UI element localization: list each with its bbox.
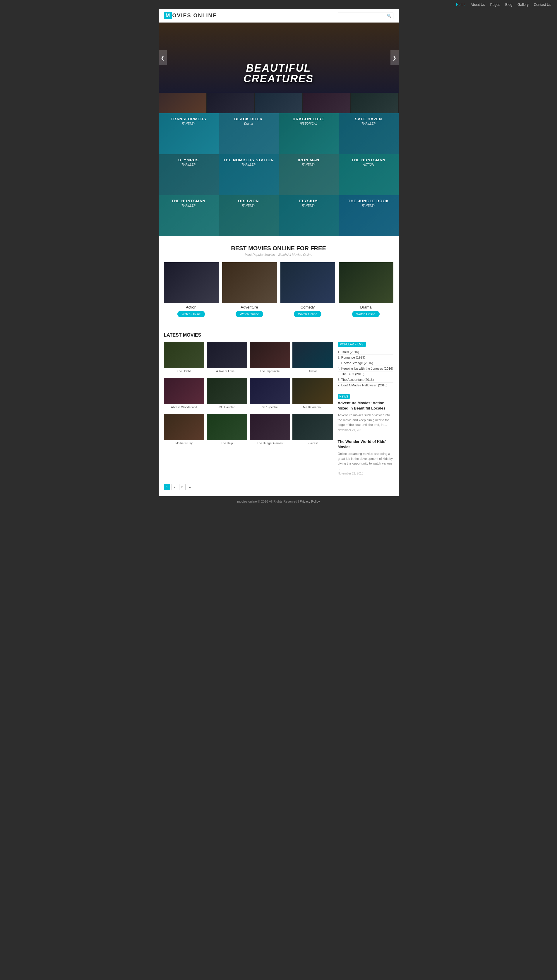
watch-adventure-button[interactable]: Watch Online: [236, 311, 263, 317]
movie-cell-title: DRAGON LORE: [293, 117, 325, 122]
movie-cell-title: BLACK ROCK: [234, 117, 262, 122]
movie-card-drama: Drama Watch Online: [339, 262, 393, 317]
latest-movie-row: Alice in Wonderland333 Haunted007 Spectr…: [164, 378, 333, 409]
movie-card-action: Action Watch Online: [164, 262, 219, 317]
list-item[interactable]: 333 Haunted: [207, 378, 248, 409]
list-item[interactable]: The Help: [207, 414, 248, 445]
latest-layout: The HobbitA Tale of Love ...The Impossib…: [164, 342, 393, 479]
hero-thumb-3[interactable]: [255, 93, 303, 113]
latest-movie-row: The HobbitA Tale of Love ...The Impossib…: [164, 342, 333, 373]
page-button[interactable]: 3: [179, 484, 186, 490]
latest-movie-row: Mother's DayThe HelpThe Hunger GamesEver…: [164, 414, 333, 445]
list-item[interactable]: The Hobbit: [164, 342, 205, 373]
nav-home[interactable]: Home: [456, 3, 466, 7]
movie-card-adventure: Adventure Watch Online: [222, 262, 277, 317]
movie-poster: [250, 378, 290, 404]
movie-grid-section: TRANSFORMERSFANTASYBLACK ROCKDramaDRAGON…: [159, 113, 399, 236]
pagination: 123»: [164, 484, 393, 490]
movie-poster: [292, 378, 333, 404]
movie-grid-cell[interactable]: TRANSFORMERSFANTASY: [159, 113, 219, 154]
popular-film-item[interactable]: 5. The BFG (2016): [338, 371, 393, 377]
popular-film-item[interactable]: 7. Boo! A Madea Halloween (2016): [338, 383, 393, 388]
hero-thumb-2[interactable]: [207, 93, 255, 113]
page-button[interactable]: 2: [171, 484, 178, 490]
movie-poster: [250, 342, 290, 368]
movie-grid-cell[interactable]: OLYMPUSTHRILLER: [159, 154, 219, 195]
popular-film-item[interactable]: 2. Romance (1999): [338, 355, 393, 360]
logo-letter: M: [164, 12, 172, 20]
movie-item-label: A Tale of Love ...: [207, 370, 248, 373]
popular-film-item[interactable]: 1. Trolls (2016): [338, 349, 393, 355]
logo[interactable]: M OVIES ONLINE: [164, 12, 217, 20]
movie-grid-cell[interactable]: SAFE HAVENTHRILLER: [339, 113, 399, 154]
site-footer: movies online © 2016 All Rights Reserved…: [159, 496, 399, 507]
news-body: Online streaming movies are doing a grea…: [338, 451, 393, 470]
movie-cell-title: OLYMPUS: [178, 158, 199, 163]
news-badge: NEWS: [338, 394, 350, 399]
movie-cell-genre: FANTASY: [182, 122, 195, 125]
news-title[interactable]: Adventure Movies: Action Mixed in Beauti…: [338, 400, 393, 411]
list-item[interactable]: The Impossible: [250, 342, 290, 373]
footer-text: movies online © 2016 All Rights Reserved…: [164, 500, 393, 503]
list-item[interactable]: Alice in Wonderland: [164, 378, 205, 409]
list-item[interactable]: Mother's Day: [164, 414, 205, 445]
movie-cell-genre: HISTORICAL: [300, 122, 317, 125]
popular-film-item[interactable]: 3. Doctor Strange (2016): [338, 360, 393, 366]
movie-grid-cell[interactable]: THE NUMBERS STATIONTHRILLER: [219, 154, 278, 195]
page-button[interactable]: »: [187, 484, 193, 490]
movie-grid-cell[interactable]: THE HUNTSMANACTION: [339, 154, 399, 195]
movie-grid-cell[interactable]: OBLIVIONFANTASY: [219, 195, 278, 236]
movie-cell-title: THE JUNGLE BOOK: [348, 199, 389, 203]
movie-grid-cell[interactable]: THE JUNGLE BOOKFANTASY: [339, 195, 399, 236]
list-item[interactable]: The Hunger Games: [250, 414, 290, 445]
movie-grid-cell[interactable]: DRAGON LOREHISTORICAL: [278, 113, 339, 154]
nav-contact[interactable]: Contact Us: [534, 3, 551, 7]
movie-cell-genre: THRILLER: [362, 122, 376, 125]
page-button[interactable]: 1: [164, 484, 170, 490]
nav-gallery[interactable]: Gallery: [518, 3, 529, 7]
list-item[interactable]: A Tale of Love ...: [207, 342, 248, 373]
movie-cell-genre: Drama: [244, 122, 253, 125]
watch-comedy-button[interactable]: Watch Online: [294, 311, 321, 317]
nav-about[interactable]: About Us: [471, 3, 485, 7]
carousel-prev-button[interactable]: ❮: [159, 50, 167, 65]
news-date: November 21, 2016: [338, 472, 393, 475]
movie-cell-genre: THRILLER: [241, 163, 256, 166]
movie-cards-grid: Action Watch Online Adventure Watch Onli…: [164, 262, 393, 317]
hero-thumb-4[interactable]: [303, 93, 351, 113]
movie-grid-cell[interactable]: ELYSIUMFANTASY: [278, 195, 339, 236]
list-item[interactable]: Avatar: [292, 342, 333, 373]
movie-grid-cell[interactable]: IRON MANFANTASY: [278, 154, 339, 195]
movie-poster: [164, 342, 205, 368]
movie-grid-cell[interactable]: THE HUNTSMANTHRILLER: [159, 195, 219, 236]
movie-item-label: Mother's Day: [164, 441, 205, 445]
hero-thumb-1[interactable]: [159, 93, 207, 113]
news-title[interactable]: The Wonder World of Kids' Movies: [338, 439, 393, 449]
movie-cell-title: ELYSIUM: [299, 199, 318, 203]
search-box: 🔍: [338, 13, 393, 19]
nav-pages[interactable]: Pages: [490, 3, 500, 7]
site-header: M OVIES ONLINE 🔍: [159, 9, 399, 23]
movie-card-comedy-image: [280, 262, 335, 303]
movie-item-label: 007 Spectre: [250, 405, 290, 409]
list-item[interactable]: 007 Spectre: [250, 378, 290, 409]
search-icon[interactable]: 🔍: [387, 14, 391, 18]
popular-film-item[interactable]: 4. Keeping Up with the Joneses (2016): [338, 366, 393, 371]
logo-text: OVIES ONLINE: [173, 13, 217, 19]
list-item[interactable]: Everest: [292, 414, 333, 445]
popular-film-item[interactable]: 6. The Accountant (2016): [338, 377, 393, 383]
nav-blog[interactable]: Blog: [505, 3, 512, 7]
list-item[interactable]: Me Before You: [292, 378, 333, 409]
search-input[interactable]: [340, 14, 387, 18]
privacy-policy-link[interactable]: Privacy Policy: [300, 500, 319, 503]
movie-item-label: The Help: [207, 441, 248, 445]
hero-thumb-5[interactable]: [351, 93, 399, 113]
watch-action-button[interactable]: Watch Online: [178, 311, 205, 317]
watch-drama-button[interactable]: Watch Online: [352, 311, 379, 317]
movie-grid-cell[interactable]: BLACK ROCKDrama: [219, 113, 278, 154]
movie-item-label: Alice in Wonderland: [164, 405, 205, 409]
movie-poster: [292, 414, 333, 440]
movie-card-adventure-image: [222, 262, 277, 303]
carousel-next-button[interactable]: ❯: [391, 50, 399, 65]
main-container: M OVIES ONLINE 🔍 BEAUTIFULCREATURES ❮ ❯: [159, 9, 399, 507]
